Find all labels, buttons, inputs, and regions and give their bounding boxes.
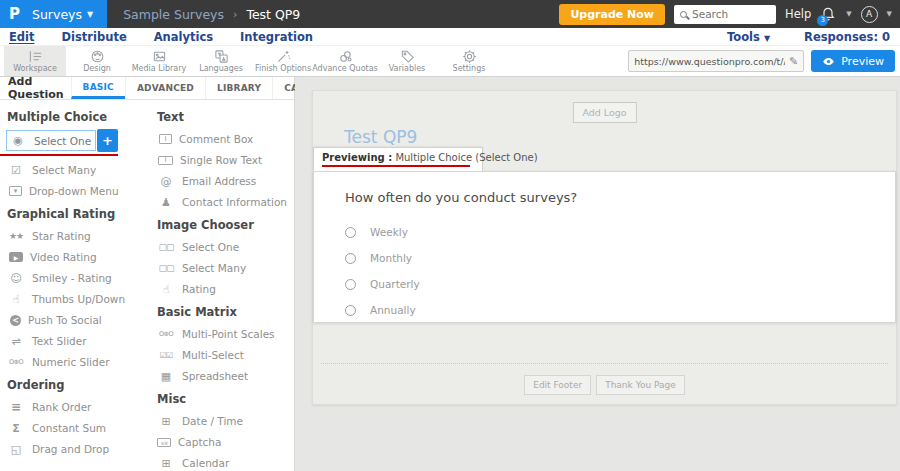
option-monthly[interactable]: Monthly [345,245,895,271]
question-type-label: Email Address [182,175,256,187]
image-select-one-icon: ▢▢ [157,242,175,252]
toolbar-tab-settings[interactable]: Settings [438,46,500,76]
radio-icon[interactable] [345,227,356,238]
question-type-video-rating[interactable]: ▶Video Rating [6,247,148,267]
toolbar-tab-finish-options[interactable]: Finish Options [252,46,314,76]
question-type-date-time[interactable]: ⊞Date / Time [156,411,291,431]
option-annually[interactable]: Annually [345,297,895,323]
add-logo-button[interactable]: Add Logo [572,102,636,123]
question-type-spreadsheet[interactable]: ▦Spreadsheet [156,366,291,386]
add-question-panel: Add Question BASIC ADVANCED LIBRARY CANV… [0,77,295,471]
question-type-select-one[interactable]: ▢▢Select One [156,237,291,257]
question-type-smiley-rating[interactable]: ☺Smiley - Rating [6,268,148,288]
toolbar-tab-media-library[interactable]: Media Library [128,46,190,76]
radio-icon[interactable] [345,279,356,290]
responses-count[interactable]: Responses: 0 [804,30,890,44]
tab-basic[interactable]: BASIC [71,77,125,99]
option-quarterly[interactable]: Quarterly [345,271,895,297]
question-type-drop-down-menu[interactable]: ▾Drop-down Menu [6,181,148,201]
gear-icon [462,49,477,63]
toolbar-tab-workspace[interactable]: Workspace [4,46,66,76]
chevron-down-icon[interactable]: ▼ [846,10,851,18]
survey-title[interactable]: Test QP9 [344,127,417,147]
question-type-star-rating[interactable]: ★★Star Rating [6,226,148,246]
question-type-label: Constant Sum [32,422,106,434]
survey-preview-area: Add Logo Test QP9 Previewing : Multiple … [295,77,900,471]
section-heading-basic-matrix: Basic Matrix [157,305,291,319]
breadcrumb-current: Test QP9 [246,7,300,22]
question-type-select-many[interactable]: ▢▢Select Many [156,258,291,278]
edit-pencil-icon[interactable]: ✎ [789,55,798,68]
question-type-constant-sum[interactable]: ΣConstant Sum [6,418,148,438]
logo-block: P Surveys ▼ [0,0,107,28]
calendar-icon: ⊞ [157,457,175,470]
question-type-calendar[interactable]: ⊞Calendar [156,453,291,471]
tools-menu-label: Tools [727,30,760,44]
toolbar-tab-label: Advance Quotas [312,64,377,73]
edit-footer-button[interactable]: Edit Footer [524,375,591,395]
question-type-select-one[interactable]: ◉Select One [6,130,96,151]
section-heading-ordering: Ordering [7,378,148,392]
question-type-rank-order[interactable]: ≡Rank Order [6,397,148,417]
toolbar-tab-label: Settings [453,64,486,73]
toolbar-tab-label: Finish Options [255,64,311,73]
nav-tab-integration[interactable]: Integration [240,30,313,44]
image-select-many-icon: ▢▢ [157,263,175,273]
question-type-label: Select One [182,241,239,253]
question-type-push-to-social[interactable]: <Push To Social [6,310,148,330]
question-type-numeric-slider[interactable]: O⊕ONumeric Slider [6,352,148,372]
questionpro-logo-icon: P [9,5,20,23]
upgrade-now-button[interactable]: Upgrade Now [559,4,665,25]
question-type-rating[interactable]: ☝Rating [156,279,291,299]
question-type-select-many[interactable]: ☑Select Many [6,160,148,180]
survey-panel: Add Logo Test QP9 Previewing : Multiple … [312,90,897,405]
question-type-single-row-text[interactable]: ISingle Row Text [156,150,291,170]
section-nav: Edit Distribute Analytics Integration To… [0,28,900,46]
question-text[interactable]: How often do you conduct surveys? [345,190,895,205]
nav-tab-distribute[interactable]: Distribute [62,30,127,44]
footer-divider [321,363,888,364]
add-question-plus-button[interactable]: + [97,129,118,152]
question-type-multi-select[interactable]: ☑☑Multi-Select [156,345,291,365]
breadcrumb-parent[interactable]: Sample Surveys [123,7,224,22]
question-type-multi-point-scales[interactable]: O⊕OMulti-Point Scales [156,324,291,344]
nav-tab-analytics[interactable]: Analytics [154,30,213,44]
question-type-comment-box[interactable]: IComment Box [156,129,291,149]
surveys-menu[interactable]: Surveys ▼ [32,7,93,22]
question-type-thumbs-up-down[interactable]: ☝Thumbs Up/Down [6,289,148,309]
toolbar-tab-languages[interactable]: Languages [190,46,252,76]
select-many-icon: ☑ [7,164,25,177]
toolbar-tab-design[interactable]: Design [66,46,128,76]
question-type-text-slider[interactable]: ⇌Text Slider [6,331,148,351]
question-type-contact-information[interactable]: ♟Contact Information [156,192,291,212]
section-heading-multiple-choice: Multiple Choice [7,110,148,124]
radio-icon[interactable] [345,305,356,316]
surveys-menu-label: Surveys [32,7,82,22]
tab-library[interactable]: LIBRARY [205,77,272,99]
question-type-email-address[interactable]: @Email Address [156,171,291,191]
question-type-captcha[interactable]: vxCaptcha [156,432,291,452]
radio-icon[interactable] [345,253,356,264]
thank-you-page-button[interactable]: Thank You Page [596,375,685,395]
star-rating-icon: ★★ [7,231,25,241]
question-type-label: Drop-down Menu [29,185,119,197]
question-type-label: Spreadsheet [182,370,248,382]
question-type-drag-and-drop[interactable]: ◱Drag and Drop [6,439,148,459]
option-label: Weekly [370,226,408,238]
question-type-label: Video Rating [30,251,97,263]
avatar[interactable]: A [861,6,878,23]
tab-advanced[interactable]: ADVANCED [125,77,205,99]
preview-button[interactable]: Preview [811,50,895,72]
toolbar-tab-variables[interactable]: Variables [376,46,438,76]
chevron-down-icon: ▼ [87,10,93,19]
toolbar-tab-advance-quotas[interactable]: Advance Quotas [314,46,376,76]
survey-url-field[interactable]: https://www.questionpro.com/t/APNrfZ ✎ [628,50,804,72]
tools-menu[interactable]: Tools ▼ [727,30,770,44]
search-input[interactable] [692,8,772,20]
chevron-down-icon[interactable]: ▼ [887,10,892,18]
option-weekly[interactable]: Weekly [345,219,895,245]
nav-tab-edit[interactable]: Edit [9,30,35,44]
question-type-label: Thumbs Up/Down [32,293,125,305]
notifications-button[interactable]: 3 [820,6,837,23]
help-link[interactable]: Help [785,7,811,21]
